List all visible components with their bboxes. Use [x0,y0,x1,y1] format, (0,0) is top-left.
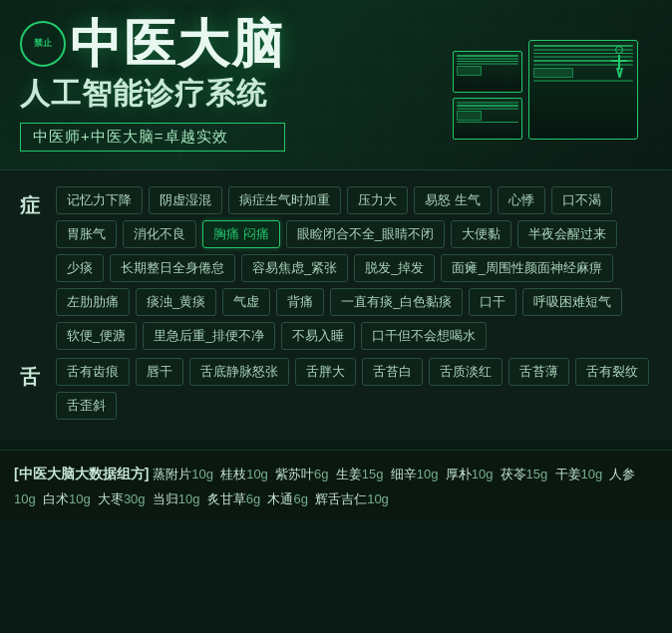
rx-name: 紫苏叶 [275,467,314,481]
rx-dose: 10g [367,491,389,506]
rx-dose: 15g [526,467,548,481]
symptom-tag[interactable]: 胃胀气 [56,220,117,248]
symptom-tag[interactable]: 软便_便溏 [56,322,137,350]
rx-dose: 6g [293,491,307,506]
rx-name: 茯苓 [501,467,526,481]
symptom-tag[interactable]: 左肋肋痛 [56,288,130,316]
rx-name: 木通 [267,491,293,506]
rx-item: 生姜15g [336,467,391,481]
rx-item: 桂枝10g [220,467,275,481]
symptom-tag[interactable]: 气虚 [222,288,270,316]
tongue-tags-area: 舌有齿痕唇干舌底静脉怒张舌胖大舌苔白舌质淡红舌苔薄舌有裂纹舌歪斜 [56,358,652,420]
rx-name: 生姜 [336,467,362,481]
rx-name: 当归 [153,491,178,506]
symptom-tag[interactable]: 面瘫_周围性颜面神经麻痹 [441,254,612,282]
rx-dose: 10g [246,467,268,481]
symptoms-section: 症 记忆力下降阴虚湿混病症生气时加重压力大易怒 生气心悸口不渴胃胀气消化不良胸痛… [20,186,652,350]
rx-dose: 6g [246,491,260,506]
rx-item: 白术10g [43,491,98,506]
rx-item: 蒸附片10g [153,467,220,481]
symptom-tag[interactable]: 记忆力下降 [56,186,143,214]
symptom-tag[interactable]: 阴虚湿混 [149,186,222,214]
human-figure-icon [609,46,629,86]
symptom-tag[interactable]: 胸痛 闷痛 [202,220,280,248]
symptom-tag[interactable]: 背痛 [276,288,324,316]
tongue-tag[interactable]: 舌胖大 [295,358,356,386]
symptom-tag[interactable]: 容易焦虑_紧张 [241,254,348,282]
rx-dose: 10g [69,491,91,506]
sub-title: 人工智能诊疗系统 [20,74,285,115]
symptom-tag[interactable]: 大便黏 [451,220,511,248]
symptom-tag[interactable]: 心悸 [498,186,545,214]
tagline-text: 中医师+中医大脑=卓越实效 [33,128,228,145]
rx-name: 大枣 [98,491,124,506]
tongue-tag[interactable]: 舌质淡红 [429,358,503,386]
symptom-tag[interactable]: 口不渴 [551,186,612,214]
monitor-display [453,30,652,140]
rx-dose: 10g [191,467,213,481]
rx-name: 蒸附片 [153,467,191,481]
rx-item: 辉舌吉仁10g [315,491,389,506]
rx-item: 木通6g [267,491,315,506]
symptom-tag[interactable]: 一直有痰_白色黏痰 [330,288,463,316]
monitor-large [528,40,638,140]
rx-dose: 10g [14,491,36,506]
tongue-section: 舌 舌有齿痕唇干舌底静脉怒张舌胖大舌苔白舌质淡红舌苔薄舌有裂纹舌歪斜 [20,358,652,420]
tagline-box: 中医师+中医大脑=卓越实效 [20,123,285,152]
tongue-tag[interactable]: 舌有齿痕 [56,358,130,386]
tongue-tag[interactable]: 舌苔白 [362,358,423,386]
symptom-tag[interactable]: 脱发_掉发 [354,254,435,282]
symptom-tag[interactable]: 压力大 [347,186,408,214]
symptom-tag[interactable]: 易怒 生气 [414,186,492,214]
symptoms-label: 症 [20,186,44,219]
tongue-tag[interactable]: 舌有裂纹 [575,358,649,386]
header-title-row: 中医大脑 [20,18,285,70]
rx-name: 炙甘草 [207,491,246,506]
prescription-title: [中医大脑大数据组方] [14,466,153,481]
rx-dose: 10g [472,467,494,481]
rx-item: 紫苏叶6g [275,467,336,481]
rx-name: 干姜 [555,467,581,481]
main-content: 症 记忆力下降阴虚湿混病症生气时加重压力大易怒 生气心悸口不渴胃胀气消化不良胸痛… [0,170,672,440]
rx-name: 白术 [43,491,69,506]
rx-dose: 10g [581,467,603,481]
monitor-small-bottom [453,98,522,140]
symptom-tag[interactable]: 痰浊_黄痰 [136,288,216,316]
symptom-tag[interactable]: 病症生气时加重 [228,186,341,214]
rx-name: 细辛 [391,467,417,481]
symptom-tag[interactable]: 少痰 [56,254,104,282]
symptom-tag[interactable]: 口干但不会想喝水 [361,322,487,350]
logo-icon [20,21,66,67]
rx-item: 厚朴10g [446,467,501,481]
tongue-tag[interactable]: 舌歪斜 [56,392,117,420]
rx-item: 当归10g [153,491,207,506]
rx-name: 人参 [609,467,635,481]
tongue-tag[interactable]: 唇干 [136,358,183,386]
rx-dose: 10g [417,467,439,481]
header-banner: 中医大脑 人工智能诊疗系统 中医师+中医大脑=卓越实效 [0,0,672,170]
prescription-content: [中医大脑大数据组方] 蒸附片10g 桂枝10g 紫苏叶6g 生姜15g 细辛1… [14,461,658,511]
rx-name: 厚朴 [446,467,472,481]
rx-dose: 15g [362,467,384,481]
tongue-tag[interactable]: 舌底静脉怒张 [189,358,289,386]
header-right [453,30,652,140]
tongue-label: 舌 [20,358,44,391]
rx-item: 大枣30g [98,491,153,506]
symptom-tag[interactable]: 不易入睡 [281,322,355,350]
rx-dose: 30g [124,491,146,506]
symptoms-tags-area: 记忆力下降阴虚湿混病症生气时加重压力大易怒 生气心悸口不渴胃胀气消化不良胸痛 闷… [56,186,652,350]
tongue-tag[interactable]: 舌苔薄 [508,358,569,386]
symptom-tag[interactable]: 呼吸困难短气 [522,288,622,316]
main-title: 中医大脑 [70,18,285,70]
rx-name: 辉舌吉仁 [315,491,367,506]
rx-dose: 6g [314,467,328,481]
symptom-tag[interactable]: 眼睑闭合不全_眼睛不闭 [286,220,445,248]
symptom-tag[interactable]: 半夜会醒过来 [517,220,617,248]
symptom-tag[interactable]: 长期整日全身倦怠 [110,254,235,282]
rx-item: 茯苓15g [501,467,555,481]
symptom-tag[interactable]: 口干 [469,288,516,316]
symptom-tag[interactable]: 消化不良 [123,220,196,248]
rx-name: 桂枝 [220,467,246,481]
symptom-tag[interactable]: 里急后重_排便不净 [143,322,275,350]
header-left: 中医大脑 人工智能诊疗系统 中医师+中医大脑=卓越实效 [20,18,285,152]
